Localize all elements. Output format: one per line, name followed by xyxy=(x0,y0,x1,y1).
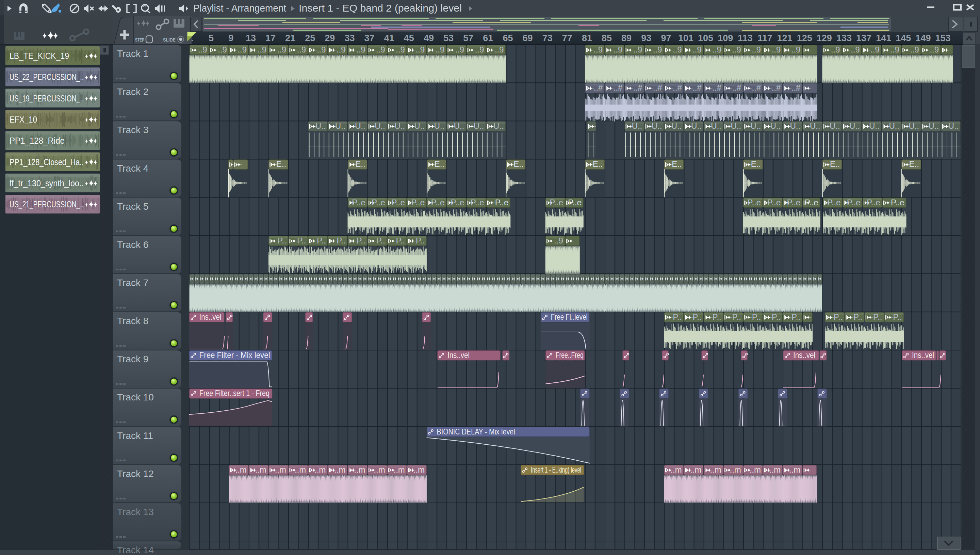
svg-text:61: 61 xyxy=(483,33,493,43)
svg-text:149: 149 xyxy=(915,33,930,43)
svg-text:Free Fi..level: Free Fi..level xyxy=(551,312,588,321)
svg-text:133: 133 xyxy=(836,33,852,43)
svg-text:13: 13 xyxy=(246,33,256,43)
svg-text:73: 73 xyxy=(542,33,553,43)
svg-text:E..: E.. xyxy=(276,159,286,168)
svg-text:29: 29 xyxy=(325,33,335,43)
svg-text:E..: E.. xyxy=(435,159,444,168)
svg-text:9: 9 xyxy=(228,33,233,43)
svg-text:Track 10: Track 10 xyxy=(117,392,154,403)
svg-text:Free..Freq: Free..Freq xyxy=(556,350,584,359)
svg-text:109: 109 xyxy=(718,33,733,43)
svg-text:BIONIC DELAY - Mix level: BIONIC DELAY - Mix level xyxy=(437,427,515,436)
svg-text:53: 53 xyxy=(443,33,454,43)
svg-text:Track 11: Track 11 xyxy=(117,430,153,441)
svg-text:EFX_10: EFX_10 xyxy=(10,114,37,125)
svg-text:121: 121 xyxy=(777,33,793,43)
svg-text:Track 2: Track 2 xyxy=(117,87,149,97)
svg-text:101: 101 xyxy=(678,33,694,43)
svg-text:85: 85 xyxy=(602,33,612,43)
svg-text:Insert 1 - E..king) level: Insert 1 - E..king) level xyxy=(531,465,581,474)
svg-text:LB_TE_KICK_19: LB_TE_KICK_19 xyxy=(10,51,69,61)
svg-text:P..e: P..e xyxy=(805,198,819,207)
svg-text:49: 49 xyxy=(424,33,434,43)
svg-text:25: 25 xyxy=(305,33,315,43)
svg-text:141: 141 xyxy=(876,33,891,43)
svg-text:P..e: P..e xyxy=(568,198,582,207)
svg-text:89: 89 xyxy=(621,33,631,43)
svg-text:US_22_PERCUSSION_..: US_22_PERCUSSION_.. xyxy=(10,72,84,82)
svg-text:33: 33 xyxy=(344,33,355,43)
svg-text:81: 81 xyxy=(582,33,592,43)
svg-text:E..: E.. xyxy=(751,159,761,168)
svg-text:ff_tr_130_synth_loo..: ff_tr_130_synth_loo.. xyxy=(10,178,84,188)
svg-text:145: 145 xyxy=(895,33,911,43)
svg-text:65: 65 xyxy=(503,33,513,43)
svg-text:US_19_PERCUSSION_..: US_19_PERCUSSION_.. xyxy=(10,93,84,104)
svg-text:Track 9: Track 9 xyxy=(117,354,149,364)
svg-text:E..: E.. xyxy=(672,159,681,168)
svg-text:Ins..vel: Ins..vel xyxy=(448,350,470,359)
svg-text:Track 4: Track 4 xyxy=(117,163,149,174)
svg-text:45: 45 xyxy=(404,33,414,43)
svg-text:Track 13: Track 13 xyxy=(117,507,154,517)
svg-text:117: 117 xyxy=(758,33,772,43)
svg-text:Track 12: Track 12 xyxy=(117,468,154,479)
svg-text:Ins..vel: Ins..vel xyxy=(200,312,222,321)
svg-text:Track 7: Track 7 xyxy=(117,278,149,288)
svg-text:US_21_PERCUSSION_..: US_21_PERCUSSION_.. xyxy=(10,199,84,209)
svg-text:5: 5 xyxy=(209,33,214,43)
svg-text:93: 93 xyxy=(641,33,651,43)
svg-text:153: 153 xyxy=(935,33,951,43)
svg-text:77: 77 xyxy=(562,33,572,43)
svg-text:69: 69 xyxy=(522,33,532,43)
svg-text:E..: E.. xyxy=(593,159,603,168)
svg-text:97: 97 xyxy=(661,33,671,43)
svg-text:Track 8: Track 8 xyxy=(117,316,149,326)
svg-text:E..: E.. xyxy=(830,159,840,168)
svg-text:125: 125 xyxy=(797,33,812,43)
svg-text:137: 137 xyxy=(856,33,871,43)
svg-text:PP1_128_Closed_Ha..: PP1_128_Closed_Ha.. xyxy=(10,157,84,167)
svg-text:E..: E.. xyxy=(909,159,919,168)
svg-text:57: 57 xyxy=(463,33,473,43)
svg-text:Free Filter..sert 1 - Freq: Free Filter..sert 1 - Freq xyxy=(200,388,270,398)
svg-text:129: 129 xyxy=(817,33,832,43)
svg-text:105: 105 xyxy=(698,33,713,43)
svg-text:P..e: P..e xyxy=(891,198,905,207)
svg-text:Ins..vel: Ins..vel xyxy=(912,350,934,359)
svg-text:Playlist - Arrangement: Playlist - Arrangement xyxy=(193,2,286,14)
svg-text:17: 17 xyxy=(265,33,276,43)
svg-text:STEP: STEP xyxy=(135,37,144,43)
svg-text:P..e: P..e xyxy=(495,198,509,207)
svg-text:Track 5: Track 5 xyxy=(117,201,149,212)
svg-text:21: 21 xyxy=(285,33,295,43)
svg-text:41: 41 xyxy=(384,33,394,43)
svg-text:PP1_128_Ride: PP1_128_Ride xyxy=(10,136,65,146)
svg-text:113: 113 xyxy=(738,33,753,43)
svg-text:Free Filter - Mix level: Free Filter - Mix level xyxy=(200,350,270,359)
svg-text:Track 14: Track 14 xyxy=(117,545,154,555)
svg-text:Insert 1 - EQ band 2 (peaking): Insert 1 - EQ band 2 (peaking) level xyxy=(299,2,462,14)
svg-text:Track 3: Track 3 xyxy=(117,125,149,135)
svg-text:Track 6: Track 6 xyxy=(117,239,149,250)
svg-text:SLIDE: SLIDE xyxy=(163,37,176,43)
svg-text:E..: E.. xyxy=(513,159,523,168)
svg-text:E..: E.. xyxy=(355,159,365,168)
svg-text:37: 37 xyxy=(365,33,375,43)
svg-text:Track 1: Track 1 xyxy=(117,48,149,59)
svg-text:Ins..vel: Ins..vel xyxy=(793,350,815,359)
